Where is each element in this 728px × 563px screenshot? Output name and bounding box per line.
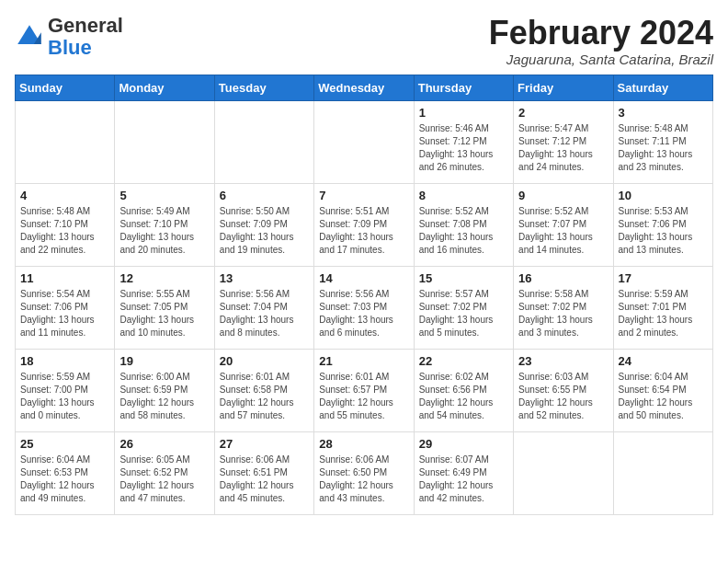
day-number: 26 xyxy=(119,437,209,451)
day-number: 5 xyxy=(119,189,209,202)
weekday-header-sunday: Sunday xyxy=(16,75,115,100)
calendar-body: 1Sunrise: 5:46 AM Sunset: 7:12 PM Daylig… xyxy=(16,100,713,514)
day-number: 16 xyxy=(518,271,608,285)
day-detail: Sunrise: 6:00 AM Sunset: 6:59 PM Dayligh… xyxy=(119,371,209,422)
day-number: 8 xyxy=(419,189,508,202)
day-number: 6 xyxy=(220,189,309,202)
day-detail: Sunrise: 5:59 AM Sunset: 7:01 PM Dayligh… xyxy=(619,288,708,339)
calendar-cell: 9Sunrise: 5:52 AM Sunset: 7:07 PM Daylig… xyxy=(514,183,613,266)
day-number: 11 xyxy=(20,271,109,285)
day-number: 28 xyxy=(319,437,408,451)
calendar-cell: 10Sunrise: 5:53 AM Sunset: 7:06 PM Dayli… xyxy=(613,183,712,266)
day-number: 22 xyxy=(419,354,508,368)
day-detail: Sunrise: 6:04 AM Sunset: 6:54 PM Dayligh… xyxy=(619,371,708,422)
page-header: General Blue February 2024 Jaguaruna, Sa… xyxy=(15,15,713,67)
day-number: 1 xyxy=(419,106,508,120)
calendar-cell: 14Sunrise: 5:56 AM Sunset: 7:03 PM Dayli… xyxy=(314,266,414,349)
day-number: 2 xyxy=(518,106,608,120)
day-detail: Sunrise: 5:53 AM Sunset: 7:06 PM Dayligh… xyxy=(619,205,708,257)
day-detail: Sunrise: 6:02 AM Sunset: 6:56 PM Dayligh… xyxy=(419,371,508,422)
day-detail: Sunrise: 6:06 AM Sunset: 6:50 PM Dayligh… xyxy=(319,454,408,505)
calendar-cell: 28Sunrise: 6:06 AM Sunset: 6:50 PM Dayli… xyxy=(314,431,414,514)
day-detail: Sunrise: 5:49 AM Sunset: 7:10 PM Dayligh… xyxy=(119,205,209,257)
weekday-header-wednesday: Wednesday xyxy=(314,75,414,100)
weekday-header-tuesday: Tuesday xyxy=(214,75,313,100)
day-number: 24 xyxy=(619,354,708,368)
day-detail: Sunrise: 6:03 AM Sunset: 6:55 PM Dayligh… xyxy=(518,371,608,422)
day-detail: Sunrise: 5:59 AM Sunset: 7:00 PM Dayligh… xyxy=(20,371,109,422)
day-number: 12 xyxy=(119,271,209,285)
calendar-week-row: 25Sunrise: 6:04 AM Sunset: 6:53 PM Dayli… xyxy=(16,431,713,514)
calendar-cell xyxy=(514,431,613,514)
calendar-cell: 18Sunrise: 5:59 AM Sunset: 7:00 PM Dayli… xyxy=(16,349,115,431)
day-detail: Sunrise: 5:51 AM Sunset: 7:09 PM Dayligh… xyxy=(319,205,408,257)
day-number: 18 xyxy=(20,354,109,368)
calendar-cell xyxy=(613,431,712,514)
calendar-table: SundayMondayTuesdayWednesdayThursdayFrid… xyxy=(15,75,713,515)
day-detail: Sunrise: 5:52 AM Sunset: 7:07 PM Dayligh… xyxy=(518,205,608,257)
day-detail: Sunrise: 5:57 AM Sunset: 7:02 PM Dayligh… xyxy=(419,288,508,339)
calendar-cell: 16Sunrise: 5:58 AM Sunset: 7:02 PM Dayli… xyxy=(514,266,613,349)
day-number: 10 xyxy=(619,189,708,202)
calendar-cell: 17Sunrise: 5:59 AM Sunset: 7:01 PM Dayli… xyxy=(613,266,712,349)
month-year-title: February 2024 xyxy=(489,15,713,52)
calendar-cell: 5Sunrise: 5:49 AM Sunset: 7:10 PM Daylig… xyxy=(115,183,214,266)
day-number: 25 xyxy=(20,437,109,451)
logo-text: General Blue xyxy=(48,15,123,59)
calendar-week-row: 1Sunrise: 5:46 AM Sunset: 7:12 PM Daylig… xyxy=(16,100,713,183)
logo-general: General xyxy=(48,14,123,37)
calendar-week-row: 11Sunrise: 5:54 AM Sunset: 7:06 PM Dayli… xyxy=(16,266,713,349)
calendar-cell: 20Sunrise: 6:01 AM Sunset: 6:58 PM Dayli… xyxy=(214,349,313,431)
day-detail: Sunrise: 6:01 AM Sunset: 6:57 PM Dayligh… xyxy=(319,371,408,422)
day-detail: Sunrise: 5:52 AM Sunset: 7:08 PM Dayligh… xyxy=(419,205,508,257)
day-number: 17 xyxy=(619,271,708,285)
weekday-header-friday: Friday xyxy=(514,75,613,100)
day-detail: Sunrise: 6:06 AM Sunset: 6:51 PM Dayligh… xyxy=(220,454,309,505)
calendar-cell: 6Sunrise: 5:50 AM Sunset: 7:09 PM Daylig… xyxy=(214,183,313,266)
day-detail: Sunrise: 5:50 AM Sunset: 7:09 PM Dayligh… xyxy=(220,205,309,257)
calendar-cell: 7Sunrise: 5:51 AM Sunset: 7:09 PM Daylig… xyxy=(314,183,414,266)
day-detail: Sunrise: 5:58 AM Sunset: 7:02 PM Dayligh… xyxy=(518,288,608,339)
calendar-cell xyxy=(214,100,313,183)
day-detail: Sunrise: 5:48 AM Sunset: 7:11 PM Dayligh… xyxy=(619,122,708,174)
calendar-cell: 21Sunrise: 6:01 AM Sunset: 6:57 PM Dayli… xyxy=(314,349,414,431)
day-number: 23 xyxy=(518,354,608,368)
calendar-cell: 1Sunrise: 5:46 AM Sunset: 7:12 PM Daylig… xyxy=(414,100,513,183)
day-number: 3 xyxy=(619,106,708,120)
day-number: 27 xyxy=(220,437,309,451)
calendar-cell: 24Sunrise: 6:04 AM Sunset: 6:54 PM Dayli… xyxy=(613,349,712,431)
location-subtitle: Jaguaruna, Santa Catarina, Brazil xyxy=(489,52,713,67)
weekday-header-row: SundayMondayTuesdayWednesdayThursdayFrid… xyxy=(16,75,713,100)
weekday-header-monday: Monday xyxy=(115,75,214,100)
calendar-cell: 4Sunrise: 5:48 AM Sunset: 7:10 PM Daylig… xyxy=(16,183,115,266)
day-detail: Sunrise: 5:56 AM Sunset: 7:03 PM Dayligh… xyxy=(319,288,408,339)
day-detail: Sunrise: 6:01 AM Sunset: 6:58 PM Dayligh… xyxy=(220,371,309,422)
calendar-cell: 23Sunrise: 6:03 AM Sunset: 6:55 PM Dayli… xyxy=(514,349,613,431)
day-number: 9 xyxy=(518,189,608,202)
day-number: 4 xyxy=(20,189,109,202)
calendar-cell: 13Sunrise: 5:56 AM Sunset: 7:04 PM Dayli… xyxy=(214,266,313,349)
day-number: 29 xyxy=(419,437,508,451)
day-number: 14 xyxy=(319,271,408,285)
calendar-cell: 2Sunrise: 5:47 AM Sunset: 7:12 PM Daylig… xyxy=(514,100,613,183)
calendar-cell: 3Sunrise: 5:48 AM Sunset: 7:11 PM Daylig… xyxy=(613,100,712,183)
day-number: 20 xyxy=(220,354,309,368)
day-detail: Sunrise: 6:07 AM Sunset: 6:49 PM Dayligh… xyxy=(419,454,508,505)
calendar-cell: 22Sunrise: 6:02 AM Sunset: 6:56 PM Dayli… xyxy=(414,349,513,431)
day-detail: Sunrise: 5:54 AM Sunset: 7:06 PM Dayligh… xyxy=(20,288,109,339)
day-detail: Sunrise: 5:48 AM Sunset: 7:10 PM Dayligh… xyxy=(20,205,109,257)
calendar-cell: 15Sunrise: 5:57 AM Sunset: 7:02 PM Dayli… xyxy=(414,266,513,349)
calendar-cell: 29Sunrise: 6:07 AM Sunset: 6:49 PM Dayli… xyxy=(414,431,513,514)
day-number: 19 xyxy=(119,354,209,368)
calendar-cell: 25Sunrise: 6:04 AM Sunset: 6:53 PM Dayli… xyxy=(16,431,115,514)
calendar-cell xyxy=(314,100,414,183)
calendar-week-row: 4Sunrise: 5:48 AM Sunset: 7:10 PM Daylig… xyxy=(16,183,713,266)
day-number: 21 xyxy=(319,354,408,368)
calendar-cell: 19Sunrise: 6:00 AM Sunset: 6:59 PM Dayli… xyxy=(115,349,214,431)
calendar-header: SundayMondayTuesdayWednesdayThursdayFrid… xyxy=(16,75,713,100)
calendar-week-row: 18Sunrise: 5:59 AM Sunset: 7:00 PM Dayli… xyxy=(16,349,713,431)
day-detail: Sunrise: 5:55 AM Sunset: 7:05 PM Dayligh… xyxy=(119,288,209,339)
day-number: 13 xyxy=(220,271,309,285)
day-detail: Sunrise: 5:47 AM Sunset: 7:12 PM Dayligh… xyxy=(518,122,608,174)
logo: General Blue xyxy=(15,15,123,59)
